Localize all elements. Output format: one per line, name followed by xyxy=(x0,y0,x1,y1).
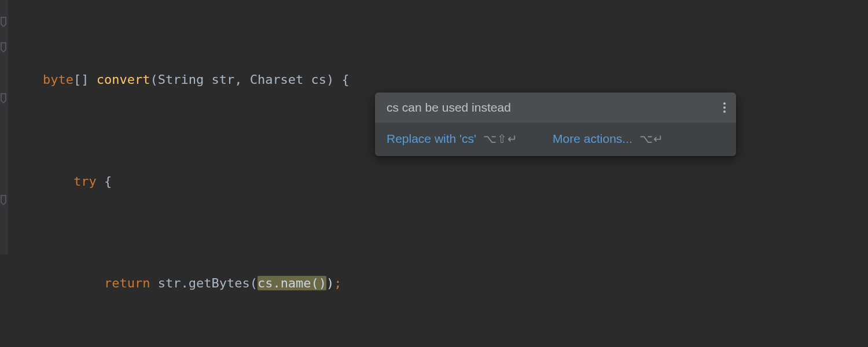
code-line[interactable]: return str.getBytes(cs.name()); xyxy=(8,271,868,296)
intention-title: cs can be used instead xyxy=(387,101,511,115)
method-name: convert xyxy=(97,72,150,87)
quick-fix-link[interactable]: Replace with 'cs' xyxy=(387,132,476,146)
params: (String str, Charset cs) { xyxy=(150,72,349,87)
intention-popup: cs can be used instead Replace with 'cs'… xyxy=(375,93,736,156)
shortcut-hint: ⌥↵ xyxy=(639,132,664,146)
inspection-highlight[interactable]: cs.name() xyxy=(258,276,326,290)
keyword: try xyxy=(73,174,97,189)
keyword: return xyxy=(104,276,150,290)
code-text: str.getBytes( xyxy=(150,276,257,290)
more-options-icon[interactable] xyxy=(723,101,726,115)
method-marker-icon xyxy=(0,16,7,27)
punct: [] xyxy=(73,72,97,87)
gutter-icon-strip xyxy=(0,16,8,205)
punct: ) xyxy=(326,276,334,290)
more-actions-link[interactable]: More actions... xyxy=(553,132,632,146)
method-marker-icon xyxy=(0,93,7,103)
code-area[interactable]: byte[] convert(String str, Charset cs) {… xyxy=(8,16,868,347)
code-line[interactable]: byte[] convert(String str, Charset cs) { xyxy=(8,67,868,93)
keyword: byte xyxy=(43,72,73,87)
intention-popup-header: cs can be used instead xyxy=(375,93,736,123)
code-editor[interactable]: byte[] convert(String str, Charset cs) {… xyxy=(0,0,868,347)
punct: { xyxy=(97,174,112,189)
method-marker-icon xyxy=(0,194,7,205)
shortcut-hint: ⌥⇧↵ xyxy=(483,132,518,146)
method-marker-icon xyxy=(0,42,7,52)
code-line[interactable]: try { xyxy=(8,169,868,194)
intention-popup-body: Replace with 'cs' ⌥⇧↵ More actions... ⌥↵ xyxy=(375,123,736,156)
punct: ; xyxy=(334,276,341,290)
